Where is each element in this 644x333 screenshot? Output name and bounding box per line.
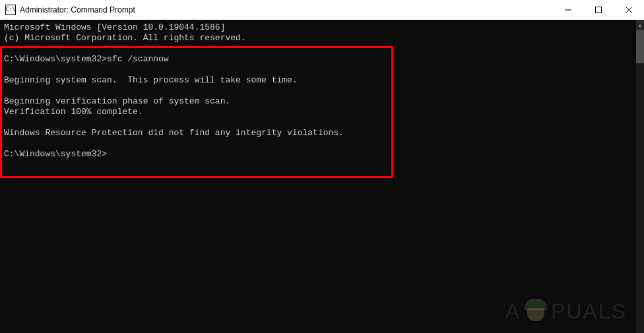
console-line: Microsoft Windows [Version 10.0.19044.15… — [4, 22, 225, 32]
minimize-button[interactable] — [553, 0, 583, 20]
scroll-up-arrow[interactable]: ▲ — [636, 20, 644, 30]
vertical-scrollbar[interactable]: ▲ — [636, 20, 644, 333]
console-output[interactable]: Microsoft Windows [Version 10.0.19044.15… — [0, 20, 636, 333]
console-line: (c) Microsoft Corporation. All rights re… — [4, 33, 246, 43]
close-button[interactable] — [614, 0, 644, 20]
scroll-thumb[interactable] — [636, 30, 644, 63]
svg-rect-1 — [596, 7, 602, 13]
cmd-icon: C:\ — [5, 5, 16, 15]
console-line: C:\Windows\system32>sfc /scannow — [4, 54, 169, 64]
maximize-button[interactable] — [583, 0, 614, 20]
console-line: Windows Resource Protection did not find… — [4, 128, 344, 138]
console-line: C:\Windows\system32> — [4, 149, 107, 159]
console-line: Beginning system scan. This process will… — [4, 75, 298, 85]
window-title: Administrator: Command Prompt — [20, 5, 135, 15]
console-line: Verification 100% complete. — [4, 107, 143, 117]
titlebar-left: C:\ Administrator: Command Prompt — [5, 5, 135, 15]
console-line: Beginning verification phase of system s… — [4, 96, 230, 106]
window-controls — [553, 0, 644, 20]
window-titlebar: C:\ Administrator: Command Prompt — [0, 0, 644, 20]
